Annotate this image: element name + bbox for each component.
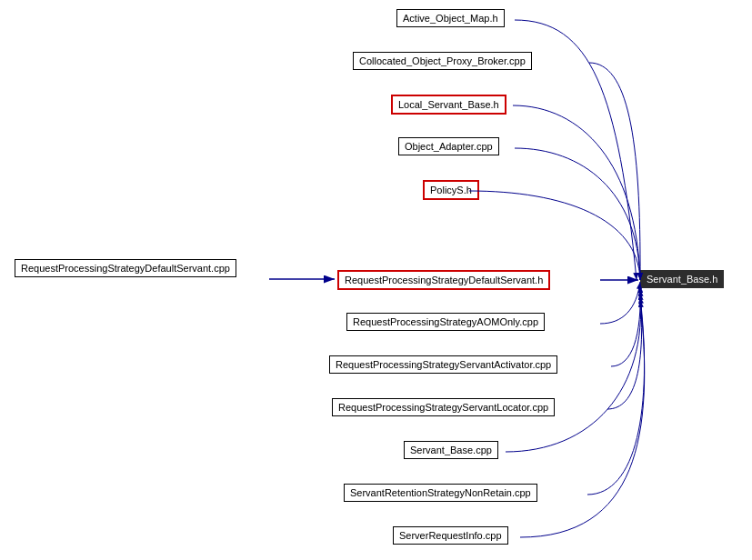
node-rps-default-servant-cpp: RequestProcessingStrategyDefaultServant.… [15,259,236,277]
node-local-servant-base: Local_Servant_Base.h [391,95,506,115]
node-rps-default-servant-h: RequestProcessingStrategyDefaultServant.… [337,270,550,290]
node-rps-aom-only: RequestProcessingStrategyAOMOnly.cpp [346,313,545,331]
diagram-container: Active_Object_Map.h Collocated_Object_Pr… [0,0,752,560]
node-rps-servant-locator: RequestProcessingStrategyServantLocator.… [332,398,555,416]
node-collocated-object-proxy-broker: Collocated_Object_Proxy_Broker.cpp [353,52,532,70]
node-servant-base-cpp: Servant_Base.cpp [404,441,498,459]
node-active-object-map: Active_Object_Map.h [396,9,505,27]
node-rps-servant-activator: RequestProcessingStrategyServantActivato… [329,355,557,374]
node-object-adapter: Object_Adapter.cpp [398,137,499,155]
node-server-request-info: ServerRequestInfo.cpp [393,526,508,545]
node-servant-base-h: Servant_Base.h [640,270,724,288]
node-servant-retention-strategy: ServantRetentionStrategyNonRetain.cpp [344,484,537,502]
node-policy-s: PolicyS.h [423,180,479,200]
